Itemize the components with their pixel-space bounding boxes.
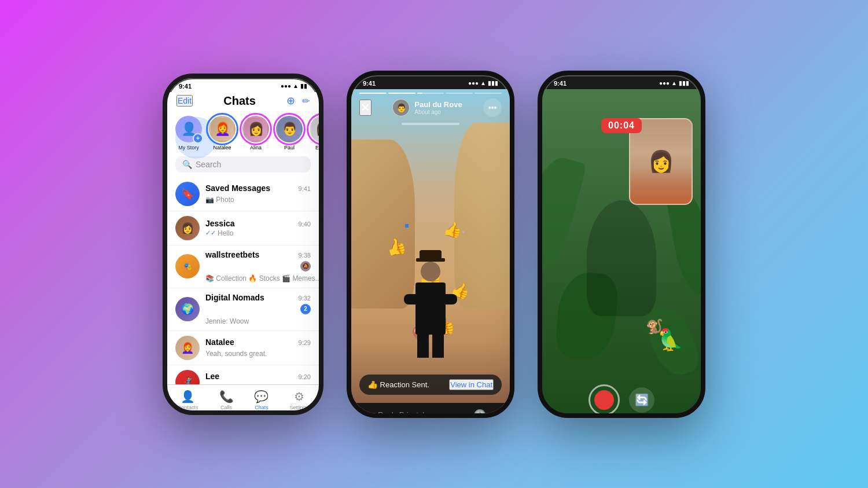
settings-label: Settings	[289, 405, 308, 410]
time-2: 9:41	[363, 80, 376, 87]
wsb-name: wallstreetbets	[205, 250, 259, 259]
alina-avatar: 👩	[242, 116, 269, 142]
chat-item-wsb[interactable]: 🎭 wallstreetbets 9:38 🔕 📚 Collection 🔥 S…	[167, 245, 319, 288]
reaction-text: 👍 👍 Reaction Sent.	[367, 380, 429, 389]
header-icons: ⊕ ✏	[286, 94, 310, 107]
status-bar-3: 9:41 ●●● ▲ ▮▮▮	[542, 75, 701, 89]
nav-calls[interactable]: 📞 Calls	[219, 390, 234, 410]
chats-nav-icon: 💬	[254, 390, 269, 403]
alina-label: Alina	[250, 145, 262, 151]
natalee-content: Natalee 9:29 Yeah, sounds great.	[205, 337, 311, 358]
reply-bar: 📎 Reply Privately... 🕐 ↪	[351, 403, 510, 418]
wsb-preview: 📚 Collection 🔥 Stocks 🎬 Memes...	[205, 274, 319, 282]
lee-top: Lee 9:20	[205, 372, 311, 381]
reply-icons: 🕐 ↪	[473, 409, 502, 418]
leg-right	[432, 335, 444, 358]
attach-icon[interactable]: 📎	[359, 409, 372, 418]
wsb-top: wallstreetbets 9:38 🔕	[205, 250, 311, 271]
nomads-content: Digital Nomads 9:32 2 Jennie: Woow	[205, 293, 311, 326]
saved-preview: 📷 Photo	[205, 196, 234, 204]
camera-flip-button[interactable]: 🔄	[629, 387, 654, 413]
jessica-avatar: 👩	[175, 216, 200, 240]
saved-time: 9:41	[299, 185, 311, 192]
react-icon[interactable]: 🕐	[473, 409, 486, 418]
leg-left	[417, 335, 429, 358]
contacts-icon: 👤	[181, 390, 195, 403]
check-icon: ✓✓	[205, 229, 216, 237]
lee-content: Lee 9:20 Mind if I invite my friend?	[205, 372, 311, 384]
natalee-avatar: 👩‍🦰	[209, 116, 236, 142]
search-icon: 🔍	[182, 160, 192, 169]
chats-header: Edit Chats ⊕ ✏	[167, 92, 319, 112]
compose-button[interactable]: ✏	[302, 94, 310, 107]
lee-time: 9:20	[299, 373, 311, 380]
chat-item-nomads[interactable]: 🌍 Digital Nomads 9:32 2 Jennie: Woow	[167, 288, 319, 331]
jessica-name: Jessica	[205, 219, 235, 228]
add-chat-button[interactable]: ⊕	[286, 94, 295, 107]
saved-top: Saved Messages 9:41	[205, 184, 311, 193]
story-screen: ✕ 👨 Paul du Rove About ago •••	[351, 89, 510, 418]
chat-item-jessica[interactable]: 👩 Jessica 9:40 ✓✓ Hello	[167, 211, 319, 245]
reply-input[interactable]: Reply Privately...	[378, 410, 468, 418]
natalee-preview: Yeah, sounds great.	[205, 350, 267, 358]
edit-button[interactable]: Edit	[176, 95, 193, 107]
story-alina[interactable]: 👩 Alina	[242, 116, 269, 151]
wsb-time: 9:38	[299, 252, 311, 259]
jessica-content: Jessica 9:40 ✓✓ Hello	[205, 219, 311, 237]
story-time: About ago	[414, 109, 462, 115]
natalee-chat-avatar: 👩‍🦰	[175, 336, 200, 360]
emma-label: Emma	[315, 145, 319, 151]
person-shadow	[587, 200, 656, 316]
story-more-button[interactable]: •••	[483, 98, 502, 117]
wsb-muted-badge: 🔕	[300, 261, 311, 271]
settings-icon: ⚙	[294, 390, 304, 403]
record-button[interactable]	[589, 384, 620, 416]
arms	[404, 294, 457, 304]
view-in-chat-button[interactable]: View in Chat	[449, 379, 494, 390]
time-1: 9:41	[179, 83, 192, 90]
share-icon[interactable]: ↪	[493, 409, 502, 418]
jessica-preview: Hello	[218, 229, 233, 237]
legs	[417, 335, 444, 358]
lee-name: Lee	[205, 372, 219, 381]
chat-item-natalee[interactable]: 👩‍🦰 Natalee 9:29 Yeah, sounds great.	[167, 331, 319, 365]
story-emma[interactable]: 👩 Emma	[310, 116, 319, 151]
head	[421, 262, 440, 281]
calls-icon: 📞	[219, 390, 234, 403]
jessica-preview-row: ✓✓ Hello	[205, 229, 311, 237]
phone-chats: 9:41 ●●● ▲ ▮▮ Edit Chats ⊕ ✏ 👤	[163, 74, 323, 415]
stories-section: 👤 + My Story 👩‍🦰 Natalee 👩	[167, 112, 319, 156]
record-inner	[594, 390, 614, 410]
story-close-button[interactable]: ✕	[359, 100, 372, 116]
emma-story-avatar: 👩	[310, 116, 319, 142]
chat-item-lee[interactable]: 🦸 Lee 9:20 Mind if I invite my friend?	[167, 365, 319, 384]
hat-top	[420, 250, 442, 258]
nav-settings[interactable]: ⚙ Settings	[289, 390, 308, 410]
nav-chats[interactable]: 💬 Chats	[254, 390, 269, 410]
story-natalee[interactable]: 👩‍🦰 Natalee	[209, 116, 236, 151]
story-paul[interactable]: 👨 Paul	[276, 116, 303, 151]
pip-clothing	[630, 170, 692, 203]
saved-name: Saved Messages	[205, 184, 270, 193]
timer-badge: 00:04	[601, 118, 642, 133]
story-header: ✕ 👨 Paul du Rove About ago •••	[351, 94, 510, 120]
search-bar[interactable]: 🔍 Search	[175, 156, 311, 173]
home-indicator-2	[402, 123, 459, 125]
chats-screen: Edit Chats ⊕ ✏ 👤 + My Story	[167, 92, 319, 415]
chat-item-saved[interactable]: 🔖 Saved Messages 9:41 📷 Photo	[167, 177, 319, 211]
status-icons-1: ●●● ▲ ▮▮	[281, 83, 307, 89]
wsb-avatar: 🎭	[175, 254, 200, 278]
natalee-label: Natalee	[213, 145, 231, 151]
chats-nav-label: Chats	[255, 405, 269, 410]
contacts-label: Contacts	[178, 405, 198, 410]
chats-title: Chats	[223, 94, 256, 108]
nav-contacts[interactable]: 👤 Contacts	[178, 390, 198, 410]
wsb-right: 9:38 🔕	[299, 252, 311, 271]
status-bar-1: 9:41 ●●● ▲ ▮▮	[167, 78, 319, 92]
story-user-avatar: 👨	[392, 99, 410, 116]
reaction-label: 👍 Reaction Sent.	[369, 380, 429, 389]
calls-label: Calls	[220, 405, 232, 410]
wsb-content: wallstreetbets 9:38 🔕 📚 Collection 🔥 Sto…	[205, 250, 311, 283]
nomads-top: Digital Nomads 9:32 2	[205, 293, 311, 314]
phone-story: 9:41 ●●● ▲ ▮▮▮ ✕ 👨	[347, 71, 514, 418]
